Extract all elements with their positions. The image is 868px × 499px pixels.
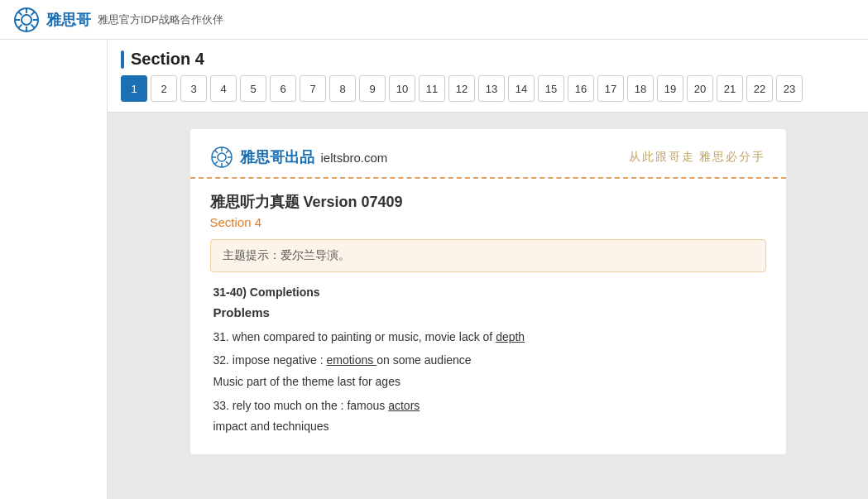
q33-text: rely too much on the : famous bbox=[233, 399, 388, 412]
problems-label: Problems bbox=[213, 305, 763, 319]
page-btn-6[interactable]: 6 bbox=[270, 75, 296, 102]
doc-card: 雅思哥出品 ieltsbro.com 从此跟哥走 雅思必分手 雅思听力真题 Ve… bbox=[190, 129, 786, 454]
questions-section: 31-40) Completions Problems 31. when com… bbox=[210, 285, 766, 433]
page-btn-19[interactable]: 19 bbox=[657, 75, 683, 102]
page-btn-3[interactable]: 3 bbox=[180, 75, 207, 102]
content-area: Section 4 123456789101112131415161718192… bbox=[108, 40, 868, 499]
q33-number: 33. bbox=[213, 399, 233, 412]
svg-line-6 bbox=[18, 12, 22, 15]
page-btn-14[interactable]: 14 bbox=[508, 75, 535, 102]
page-btn-7[interactable]: 7 bbox=[300, 75, 326, 102]
page-btn-10[interactable]: 10 bbox=[389, 75, 415, 102]
section-title-row: Section 4 bbox=[121, 50, 855, 69]
section-header: Section 4 bbox=[108, 40, 868, 75]
question-33: 33. rely too much on the : famous actors bbox=[213, 396, 763, 415]
doc-container: 雅思哥出品 ieltsbro.com 从此跟哥走 雅思必分手 雅思听力真题 Ve… bbox=[157, 113, 819, 471]
question-32: 32. impose negative : emotions on some a… bbox=[213, 351, 763, 369]
app-header: 雅思哥 雅思官方IDP战略合作伙伴 bbox=[0, 0, 868, 40]
page-btn-12[interactable]: 12 bbox=[448, 75, 475, 102]
q32-number: 32. bbox=[213, 353, 233, 367]
page-btn-2[interactable]: 2 bbox=[151, 75, 177, 102]
doc-tagline: 从此跟哥走 雅思必分手 bbox=[629, 150, 766, 165]
q31-number: 31. bbox=[213, 330, 233, 343]
svg-line-17 bbox=[226, 161, 229, 165]
page-btn-22[interactable]: 22 bbox=[746, 75, 773, 102]
section-bar-decoration bbox=[121, 50, 124, 69]
page-btn-17[interactable]: 17 bbox=[597, 75, 624, 102]
page-btn-1[interactable]: 1 bbox=[121, 75, 147, 102]
page-btn-5[interactable]: 5 bbox=[240, 75, 266, 102]
page-btn-23[interactable]: 23 bbox=[776, 75, 803, 102]
q32-text: impose negative : bbox=[233, 353, 327, 367]
doc-version-title: 雅思听力真题 Version 07409 bbox=[210, 192, 766, 212]
q32-text-after: on some audience bbox=[376, 353, 471, 367]
svg-line-7 bbox=[31, 24, 35, 27]
page-btn-13[interactable]: 13 bbox=[478, 75, 505, 102]
page-btn-11[interactable]: 11 bbox=[419, 75, 445, 102]
page-btn-9[interactable]: 9 bbox=[359, 75, 386, 102]
pagination: 1234567891011121314151617181920212223 bbox=[108, 75, 868, 113]
page-btn-21[interactable]: 21 bbox=[717, 75, 743, 102]
svg-point-1 bbox=[22, 15, 31, 25]
page-btn-8[interactable]: 8 bbox=[329, 75, 356, 102]
page-btn-18[interactable]: 18 bbox=[627, 75, 654, 102]
svg-line-16 bbox=[214, 151, 218, 154]
page-btn-15[interactable]: 15 bbox=[538, 75, 564, 102]
q33-answer: actors bbox=[388, 399, 420, 412]
svg-line-9 bbox=[18, 24, 22, 27]
logo-title: 雅思哥 bbox=[46, 10, 91, 30]
doc-body: 雅思听力真题 Version 07409 Section 4 主题提示：爱尔兰导… bbox=[190, 179, 786, 454]
impact-note: impact and techniques bbox=[213, 420, 763, 433]
main-layout: Section 4 123456789101112131415161718192… bbox=[0, 40, 868, 499]
doc-website: ieltsbro.com bbox=[321, 151, 388, 165]
questions-range: 31-40) Completions bbox=[213, 285, 763, 299]
question-31: 31. when compared to painting or music, … bbox=[213, 328, 763, 346]
doc-brand: 雅思哥出品 bbox=[240, 147, 314, 167]
q32-answer: emotions bbox=[326, 353, 376, 367]
sidebar bbox=[0, 40, 108, 499]
music-note: Music part of the theme last for ages bbox=[213, 375, 763, 388]
svg-line-18 bbox=[226, 151, 229, 154]
page-btn-4[interactable]: 4 bbox=[210, 75, 237, 102]
svg-line-19 bbox=[214, 161, 218, 165]
section-title: Section 4 bbox=[131, 50, 204, 69]
doc-section-label: Section 4 bbox=[210, 215, 766, 229]
doc-header: 雅思哥出品 ieltsbro.com 从此跟哥走 雅思必分手 bbox=[190, 129, 786, 179]
logo-icon bbox=[13, 7, 40, 33]
page-btn-20[interactable]: 20 bbox=[687, 75, 713, 102]
page-btn-16[interactable]: 16 bbox=[568, 75, 594, 102]
svg-point-11 bbox=[218, 153, 226, 161]
svg-line-8 bbox=[31, 12, 35, 15]
q31-answer: depth bbox=[496, 330, 525, 343]
doc-logo-icon bbox=[210, 146, 233, 169]
logo-subtitle: 雅思官方IDP战略合作伙伴 bbox=[98, 12, 223, 27]
q31-text: when compared to painting or music, movi… bbox=[233, 330, 496, 343]
theme-box: 主题提示：爱尔兰导演。 bbox=[210, 239, 766, 272]
doc-logo-area: 雅思哥出品 ieltsbro.com bbox=[210, 146, 388, 169]
